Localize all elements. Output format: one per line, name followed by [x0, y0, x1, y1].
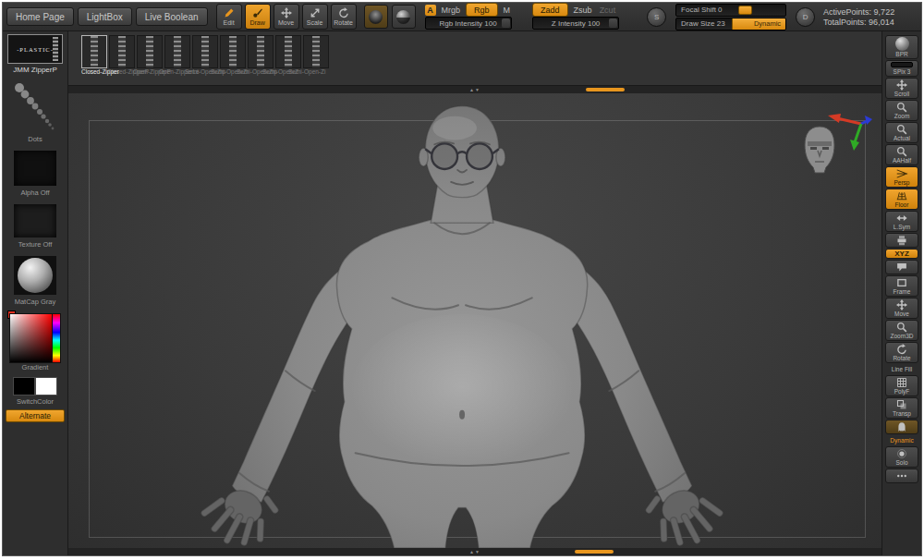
rgb-button[interactable]: Rgb	[466, 3, 498, 17]
draw-size-slider[interactable]: Draw Size 23 Dynamic	[675, 18, 786, 30]
ghost-button[interactable]	[885, 420, 918, 434]
misc-dots-button[interactable]	[885, 469, 918, 483]
line-fill-label[interactable]: Line Fill	[885, 364, 918, 374]
focal-shift-handle[interactable]	[738, 6, 752, 15]
z-intensity-handle[interactable]	[609, 18, 617, 28]
rotate-icon	[895, 344, 908, 355]
material-selector[interactable]	[13, 255, 57, 296]
hue-strip[interactable]	[52, 313, 61, 363]
d-dial-label: D	[803, 13, 808, 21]
draw-button[interactable]: Draw	[245, 4, 271, 30]
bpr-label: BPR	[895, 51, 907, 57]
brush-label: Semi-Open-Zip	[185, 68, 211, 79]
document-canvas[interactable]: ▲▼	[68, 86, 881, 555]
gradient-circle-button[interactable]	[364, 5, 388, 29]
top-shelf: Home Page LightBox Live Boolean Edit Dra…	[3, 3, 921, 31]
axis-gizmo[interactable]	[826, 112, 872, 152]
scrollbar-segment[interactable]	[575, 550, 614, 554]
alpha-selector[interactable]	[13, 150, 57, 187]
texture-selector[interactable]	[13, 203, 57, 238]
brush-thumb-text: -PLASTIC-	[17, 46, 54, 53]
move-button[interactable]: Move	[274, 4, 299, 30]
draw-size-label: Draw Size 23	[676, 19, 725, 28]
scroll-button[interactable]: Scroll	[885, 78, 918, 99]
tray-divider[interactable]: ▲▼	[469, 86, 480, 93]
brush-thumb[interactable]	[220, 35, 246, 68]
frame-button[interactable]: Frame	[885, 275, 918, 297]
zoom-label: Zoom	[894, 113, 910, 119]
alpha-label: Alpha Off	[20, 189, 49, 197]
transp-label: Transp	[893, 410, 911, 417]
bottom-scrollbar[interactable]: ▲▼	[68, 548, 881, 555]
current-brush-thumbnail[interactable]: -PLASTIC-	[7, 34, 63, 64]
rgb-intensity-slider[interactable]: Rgb Intensity 100	[425, 17, 512, 30]
secondary-color-swatch[interactable]	[35, 377, 57, 396]
rotate-button[interactable]: Rotate	[331, 4, 357, 30]
solo-icon	[895, 448, 908, 459]
alternate-button[interactable]: Alternate	[6, 409, 65, 422]
brush-thumb[interactable]	[275, 35, 301, 68]
lightbox-button[interactable]: LightBox	[78, 7, 132, 26]
material-sphere-button[interactable]	[392, 5, 416, 29]
zoom-button[interactable]: Zoom	[885, 100, 918, 121]
zcut-button[interactable]: Zcut	[598, 6, 618, 15]
main-area: -PLASTIC- JMM ZipperP Dots Alpha Off Tex…	[3, 31, 921, 555]
scale-icon	[309, 7, 322, 18]
switch-color-control[interactable]	[13, 377, 57, 396]
spix-track	[891, 62, 913, 67]
rotate-canvas-label: Rotate	[893, 355, 910, 361]
bpr-sphere-icon	[895, 37, 909, 51]
brush-thumb[interactable]	[248, 35, 274, 68]
s-dial-label: S	[654, 13, 659, 21]
m-button[interactable]: M	[502, 6, 513, 15]
zsub-button[interactable]: Zsub	[572, 6, 594, 15]
bpr-render-button[interactable]: BPR	[885, 35, 918, 59]
stroke-preview[interactable]	[10, 81, 60, 133]
floor-button[interactable]: Floor	[885, 189, 918, 210]
popup-button[interactable]	[885, 260, 918, 274]
focal-shift-slider[interactable]: Focal Shift 0	[675, 4, 786, 17]
transparency-button[interactable]: Transp	[885, 397, 918, 419]
solo-dynamic-label[interactable]: Dynamic	[885, 435, 918, 445]
stroke-dial-icon[interactable]: S	[647, 7, 666, 27]
xyz-button[interactable]: XYZ	[885, 249, 918, 259]
edit-button[interactable]: Edit	[216, 4, 242, 30]
local-symmetry-button[interactable]: L.Sym	[885, 211, 918, 232]
brush-thumb[interactable]	[109, 35, 135, 68]
sculpted-figure[interactable]	[68, 93, 881, 548]
main-color-swatch[interactable]	[13, 377, 35, 396]
brush-thumb[interactable]	[192, 35, 218, 68]
actual-size-button[interactable]: Actual	[885, 122, 918, 143]
scale-button[interactable]: Scale	[302, 4, 328, 30]
color-picker[interactable]	[9, 313, 61, 361]
brush-thumb[interactable]	[164, 35, 190, 68]
transparency-icon	[895, 399, 908, 410]
saturation-value-field[interactable]	[9, 313, 53, 363]
brush-thumb-closed-zipper[interactable]	[81, 35, 107, 68]
dock-button[interactable]	[885, 233, 918, 248]
solo-button[interactable]: Solo	[885, 446, 918, 468]
rgb-intensity-handle[interactable]	[502, 18, 510, 28]
top-scrollbar[interactable]: ▲▼	[68, 86, 881, 93]
brush-thumb[interactable]	[137, 35, 163, 68]
tray-divider[interactable]: ▲▼	[469, 548, 480, 555]
z-intensity-slider[interactable]: Z Intensity 100	[532, 17, 619, 30]
persp-button[interactable]: Persp	[885, 166, 918, 188]
points-dial-icon[interactable]: D	[796, 7, 815, 27]
rotate-canvas-button[interactable]: Rotate	[885, 342, 918, 363]
aahalf-button[interactable]: AAHalf	[885, 144, 918, 165]
live-boolean-button[interactable]: Live Boolean	[136, 7, 208, 26]
polyframe-button[interactable]: PolyF	[885, 375, 918, 396]
zadd-button[interactable]: Zadd	[532, 3, 568, 17]
mrgb-button[interactable]: Mrgb	[440, 6, 463, 15]
home-page-button[interactable]: Home Page	[6, 7, 74, 26]
zoom3d-button[interactable]: Zoom3D	[885, 320, 918, 341]
a-badge[interactable]: A	[425, 5, 436, 16]
pan-arrows-icon	[895, 79, 908, 91]
move-canvas-button[interactable]: Move	[885, 298, 918, 319]
spix-slider[interactable]: SPix 3	[885, 60, 918, 77]
document-area[interactable]	[68, 93, 881, 548]
dynamic-mode-label[interactable]: Dynamic	[732, 18, 785, 30]
scrollbar-segment[interactable]	[586, 88, 625, 91]
brush-thumb[interactable]	[303, 35, 329, 68]
